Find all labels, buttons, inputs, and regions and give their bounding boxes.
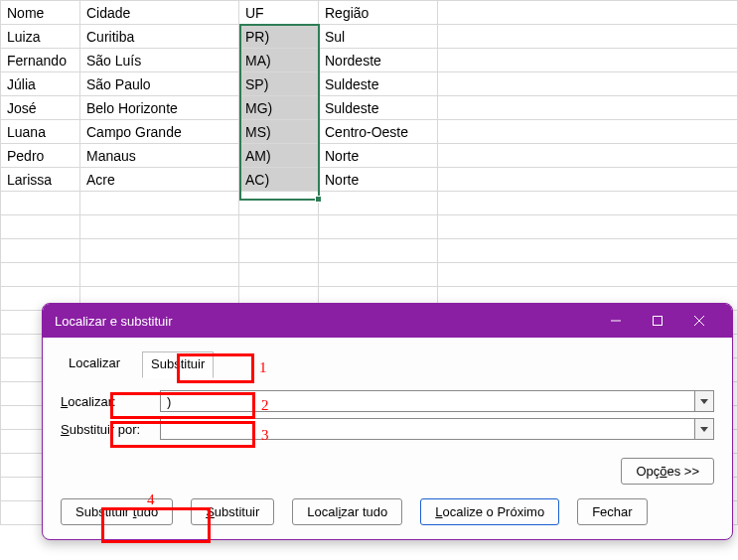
find-all-button[interactable]: Localizar tudo <box>292 498 402 525</box>
replace-button[interactable]: Substituir <box>191 498 274 525</box>
replace-input[interactable] <box>160 418 694 440</box>
chevron-down-icon <box>700 427 708 432</box>
empty-cell[interactable] <box>438 1 738 25</box>
table-row: PedroManausAM)Norte <box>1 144 738 168</box>
header-cidade[interactable]: Cidade <box>80 1 239 25</box>
maximize-icon <box>652 315 664 327</box>
header-row: Nome Cidade UF Região <box>1 1 738 25</box>
table-row: FernandoSão LuísMA)Nordeste <box>1 49 738 72</box>
dialog-title: Localizar e substituir <box>55 314 595 329</box>
svg-rect-1 <box>654 317 663 326</box>
replace-dropdown[interactable] <box>694 418 714 440</box>
tab-substituir[interactable]: Substituir <box>142 351 214 378</box>
options-button[interactable]: Opções >> <box>621 458 714 485</box>
find-replace-dialog: Localizar e substituir Localizar Substit… <box>42 303 733 540</box>
tab-localizar[interactable]: Localizar <box>61 351 128 378</box>
find-dropdown[interactable] <box>694 390 714 412</box>
close-icon <box>693 315 705 327</box>
find-label: Localizar: <box>61 394 160 409</box>
table-row: LuizaCuritibaPR)Sul <box>1 25 738 49</box>
header-nome[interactable]: Nome <box>1 1 80 25</box>
find-next-button[interactable]: Localize o Próximo <box>420 498 559 525</box>
chevron-down-icon <box>700 399 708 404</box>
close-dialog-button[interactable]: Fechar <box>577 498 647 525</box>
table-row: JoséBelo HorizonteMG)Suldeste <box>1 96 738 120</box>
table-row: LuanaCampo GrandeMS)Centro-Oeste <box>1 120 738 144</box>
table-row: LarissaAcreAC)Norte <box>1 168 738 192</box>
header-uf[interactable]: UF <box>239 1 319 25</box>
header-regiao[interactable]: Região <box>319 1 438 25</box>
find-input[interactable] <box>160 390 694 412</box>
minimize-button[interactable] <box>595 306 637 336</box>
replace-label: Substituir por: <box>61 422 160 437</box>
maximize-button[interactable] <box>637 306 678 336</box>
close-button[interactable] <box>678 306 720 336</box>
dialog-tabs: Localizar Substituir <box>61 351 714 378</box>
dialog-titlebar[interactable]: Localizar e substituir <box>43 304 732 338</box>
minimize-icon <box>610 315 622 327</box>
table-row: JúliaSão PauloSP)Suldeste <box>1 72 738 96</box>
replace-all-button[interactable]: Substituir tudo <box>61 498 173 525</box>
